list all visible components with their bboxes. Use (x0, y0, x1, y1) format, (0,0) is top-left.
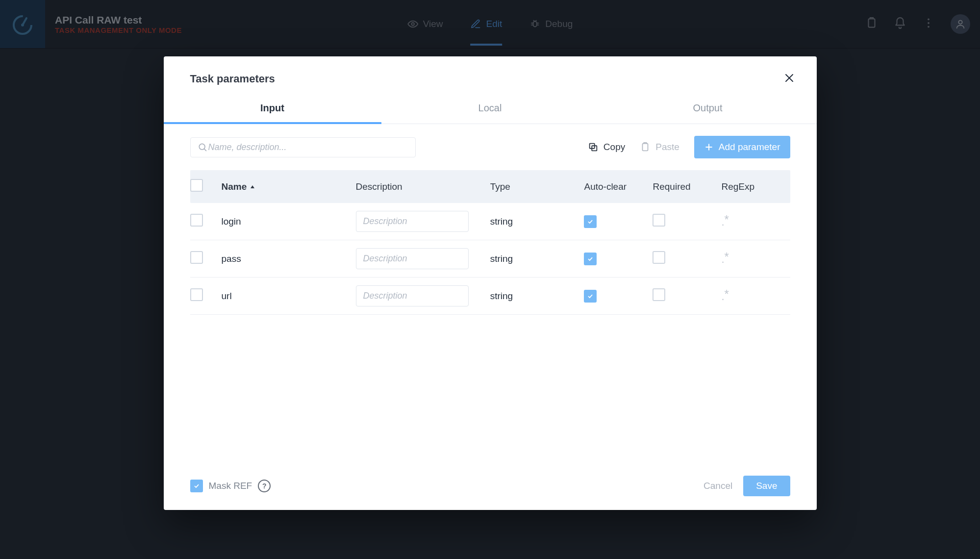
mask-ref-wrap: Mask REF ? (190, 480, 271, 492)
mask-ref-label: Mask REF (209, 481, 252, 491)
tab-local[interactable]: Local (381, 97, 599, 124)
close-button[interactable] (781, 70, 797, 88)
paste-button[interactable]: Paste (640, 142, 679, 152)
copy-button[interactable]: Copy (588, 142, 625, 152)
mask-ref-checkbox[interactable] (190, 480, 203, 492)
cell-regexp: .* (721, 252, 790, 266)
cell-type: string (490, 291, 584, 302)
autoclear-checkbox[interactable] (584, 253, 597, 265)
help-icon[interactable]: ? (258, 480, 271, 492)
col-autoclear[interactable]: Auto-clear (584, 181, 653, 192)
close-icon (783, 72, 795, 84)
col-required[interactable]: Required (653, 181, 721, 192)
svg-marker-19 (251, 185, 254, 188)
cell-name: pass (222, 254, 356, 264)
table-row: pass string .* (190, 240, 790, 278)
task-parameters-modal: Task parameters Input Local Output Copy … (164, 56, 817, 510)
cancel-button[interactable]: Cancel (693, 476, 743, 496)
table-row: login string .* (190, 203, 790, 240)
cell-name: url (222, 291, 356, 302)
table-header-row: Name Description Type Auto-clear Require… (190, 170, 790, 203)
search-input[interactable] (207, 142, 408, 153)
parameters-table: Name Description Type Auto-clear Require… (164, 170, 817, 315)
svg-point-12 (199, 144, 205, 150)
cell-regexp: .* (721, 289, 790, 303)
select-all-checkbox[interactable] (190, 179, 203, 192)
paste-icon (640, 142, 651, 152)
cell-name: login (222, 216, 356, 227)
col-name[interactable]: Name (222, 181, 356, 192)
col-type[interactable]: Type (490, 181, 584, 192)
row-checkbox[interactable] (190, 288, 203, 301)
modal-title: Task parameters (190, 73, 275, 85)
description-input[interactable] (356, 211, 469, 232)
tab-input[interactable]: Input (164, 97, 381, 124)
required-checkbox[interactable] (653, 288, 665, 301)
col-regexp[interactable]: RegExp (721, 181, 790, 192)
cell-regexp: .* (721, 215, 790, 229)
modal-header: Task parameters (164, 56, 817, 97)
modal-tabs: Input Local Output (164, 97, 817, 124)
row-checkbox[interactable] (190, 251, 203, 264)
required-checkbox[interactable] (653, 214, 665, 227)
add-parameter-button[interactable]: Add parameter (694, 136, 790, 158)
sort-asc-icon (250, 184, 255, 190)
copy-icon (588, 142, 599, 152)
cell-type: string (490, 254, 584, 264)
svg-rect-16 (643, 144, 648, 151)
table-row: url string .* (190, 278, 790, 315)
cell-type: string (490, 216, 584, 227)
copy-label: Copy (603, 142, 625, 152)
add-parameter-label: Add parameter (719, 142, 780, 152)
modal-toolbar: Copy Paste Add parameter (164, 124, 817, 170)
col-description[interactable]: Description (356, 181, 490, 192)
autoclear-checkbox[interactable] (584, 215, 597, 228)
search-icon (198, 142, 207, 152)
required-checkbox[interactable] (653, 251, 665, 264)
search-box[interactable] (190, 137, 416, 157)
paste-label: Paste (655, 142, 679, 152)
row-checkbox[interactable] (190, 214, 203, 227)
tab-output[interactable]: Output (599, 97, 817, 124)
svg-line-13 (204, 149, 206, 151)
save-button[interactable]: Save (743, 476, 790, 496)
autoclear-checkbox[interactable] (584, 290, 597, 303)
plus-icon (704, 142, 714, 152)
modal-footer: Mask REF ? Cancel Save (164, 467, 817, 510)
description-input[interactable] (356, 285, 469, 306)
description-input[interactable] (356, 248, 469, 269)
